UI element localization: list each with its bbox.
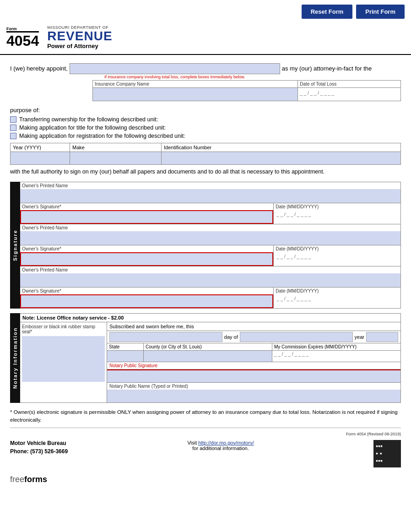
checkbox-title-box[interactable]: [10, 125, 16, 131]
reset-button[interactable]: Reset Form: [302, 5, 353, 19]
revenue-text: REVENUE: [47, 30, 112, 43]
owner-printed-name-input-2[interactable]: [20, 231, 400, 245]
footer-url[interactable]: http://dor.mo.gov/motorv/: [198, 440, 254, 445]
owner-sig-label-2: Owner's Signature*: [20, 245, 273, 252]
owner-printed-name-input-1[interactable]: [20, 189, 400, 203]
top-bar: Reset Form Print Form: [0, 0, 411, 23]
authority-text: with the full authority to sign on my (o…: [10, 168, 401, 176]
logo-area: Form 4054: [6, 27, 43, 48]
year-input[interactable]: [366, 332, 398, 342]
subscribed-text: Subscribed and sworn before me, this: [107, 322, 400, 331]
county-label: County (or City of St. Louis): [144, 343, 272, 351]
notary-right: Subscribed and sworn before me, this day…: [107, 322, 400, 402]
commission-input[interactable]: _ _ / _ _ / _ _ _ _: [272, 351, 400, 358]
footer-center: Visit http://dor.mo.gov/motorv/ for addi…: [187, 440, 254, 451]
owner-sig-input-3[interactable]: [20, 294, 273, 308]
main-content: I (we) hereby appoint, If insurance comp…: [0, 63, 411, 403]
print-button[interactable]: Print Form: [356, 5, 405, 19]
owner-sig-input-2[interactable]: [20, 252, 273, 266]
footer-divider: [10, 428, 401, 428]
notary-body: Embosser or black ink rubber stamp seal*…: [20, 322, 400, 402]
sig-left-2: Owner's Signature*: [20, 245, 274, 266]
footer-visit-text: Visit http://dor.mo.gov/motorv/: [187, 440, 254, 445]
signature-section: Signature Owner's Printed Name Owner's S…: [10, 182, 401, 309]
header: Form 4054 MISSOURI DEPARTMENT OF REVENUE…: [0, 23, 411, 55]
appoint-prefix: I (we) hereby appoint,: [10, 63, 68, 72]
insurance-date-input[interactable]: _ _ / _ _ / _ _ _ _: [298, 88, 400, 98]
insurance-company-label: Insurance Company Name: [93, 81, 297, 88]
footer-phone-label: Phone:: [10, 448, 29, 455]
notary-left: Embosser or black ink rubber stamp seal*: [20, 322, 107, 402]
embosser-label: Embosser or black ink rubber stamp seal*: [22, 324, 105, 334]
appoint-section: I (we) hereby appoint, If insurance comp…: [10, 63, 401, 79]
day-input[interactable]: [109, 332, 222, 342]
state-county-row: State County (or City of St. Louis) My C…: [107, 343, 400, 362]
form-number: 4054: [6, 31, 39, 48]
sig-row-2: Owner's Printed Name: [20, 224, 400, 245]
day-of-text: day of: [224, 334, 238, 340]
notary-name-label: Notary Public Name (Typed or Printed): [107, 382, 400, 390]
sig-left-1: Owner's Signature*: [20, 203, 274, 224]
sig-left-3: Owner's Signature*: [20, 288, 274, 308]
notary-name-input[interactable]: [107, 390, 400, 402]
owner-sig-label-1: Owner's Signature*: [20, 203, 273, 210]
owner-date-input-1[interactable]: _ _ / _ _ / _ _ _ _: [274, 210, 400, 219]
year-text: year: [355, 334, 364, 340]
signature-section-label: Signature: [10, 182, 20, 309]
footer-form-ref: Form 4054 (Revised 08-2019): [0, 432, 411, 436]
checkbox-registration-label: Making application for registration for …: [19, 133, 185, 139]
notary-section: Notary Information Note: License Office …: [10, 313, 401, 403]
checkbox-registration-box[interactable]: [10, 133, 16, 139]
owner-sig-label-3: Owner's Signature*: [20, 288, 273, 294]
insurance-date-cell: Date of Total Loss _ _ / _ _ / _ _ _ _: [298, 81, 400, 101]
notary-sig-label: Notary Public Signature: [107, 362, 400, 369]
footer-right: [373, 440, 401, 467]
owner-sig-input-1[interactable]: [20, 210, 273, 224]
vehicle-id-input[interactable]: [162, 152, 401, 165]
checkbox-transfer: Transferring ownership for the following…: [10, 116, 401, 123]
vehicle-table-year-header: Year (YYYY): [11, 143, 70, 152]
sig-split-3: Owner's Signature* Date (MM/DD/YYYY) _ _…: [20, 288, 400, 308]
notary-sig-input[interactable]: [107, 369, 400, 382]
footnote-text: * Owner(s) electronic signature is permi…: [10, 409, 398, 423]
checkbox-title: Making application for title for the fol…: [10, 125, 401, 131]
sig-row-3-sig: Owner's Signature* Date (MM/DD/YYYY) _ _…: [20, 288, 400, 308]
state-input[interactable]: [107, 351, 143, 362]
vehicle-make-input[interactable]: [70, 152, 162, 165]
vehicle-year-input[interactable]: [11, 152, 70, 165]
sig-right-3: Date (MM/DD/YYYY) _ _ / _ _ / _ _ _ _: [274, 288, 400, 308]
owner-date-input-3[interactable]: _ _ / _ _ / _ _ _ _: [274, 294, 400, 303]
appointee-input[interactable]: [70, 63, 280, 74]
embosser-input[interactable]: [22, 336, 105, 382]
form-label: Form: [6, 27, 17, 31]
insurance-company-input[interactable]: [93, 88, 297, 101]
form-number-block: Form 4054: [6, 27, 39, 48]
signature-section-content: Owner's Printed Name Owner's Signature* …: [20, 182, 401, 309]
purpose-label: purpose of:: [10, 107, 401, 114]
sig-right-1: Date (MM/DD/YYYY) _ _ / _ _ / _ _ _ _: [274, 203, 400, 224]
notary-section-label: Notary Information: [10, 313, 20, 403]
footer-phone-number: (573) 526-3669: [30, 448, 68, 455]
freeforms-forms: forms: [24, 475, 47, 484]
checkbox-transfer-box[interactable]: [10, 116, 16, 123]
state-cell: State: [107, 343, 144, 362]
footnote: * Owner(s) electronic signature is permi…: [10, 408, 401, 424]
footer-visit-label: Visit: [187, 440, 197, 445]
sig-row-1: Owner's Printed Name: [20, 182, 400, 203]
owner-printed-name-label-3: Owner's Printed Name: [20, 266, 400, 273]
insurance-date-label: Date of Total Loss: [298, 81, 400, 88]
county-input[interactable]: [144, 351, 272, 362]
notary-note: Note: License Office notary service - $2…: [20, 314, 400, 322]
footer-bureau: Motor Vehicle Bureau: [10, 440, 68, 446]
month-input[interactable]: [240, 332, 353, 342]
owner-date-input-2[interactable]: _ _ / _ _ / _ _ _ _: [274, 252, 400, 261]
day-year-row: day of year: [107, 331, 400, 343]
vehicle-table-make-header: Make: [70, 143, 162, 152]
footer-phone: Phone: (573) 526-3669: [10, 448, 68, 455]
owner-printed-name-label-1: Owner's Printed Name: [20, 182, 400, 189]
owner-printed-name-input-3[interactable]: [20, 273, 400, 287]
notary-section-content: Note: License Office notary service - $2…: [20, 313, 401, 403]
owner-date-label-2: Date (MM/DD/YYYY): [274, 245, 400, 252]
appoint-line: I (we) hereby appoint, If insurance comp…: [10, 63, 401, 79]
vehicle-table-id-header: Identification Number: [162, 143, 401, 152]
